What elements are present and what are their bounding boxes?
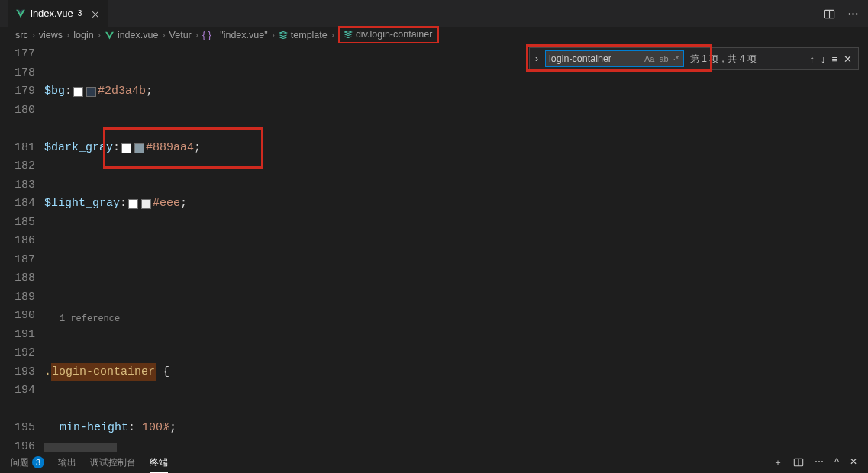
- svg-point-2: [849, 13, 850, 14]
- panel-maximize-icon[interactable]: ^: [834, 456, 839, 469]
- codelens[interactable]: 1 reference: [44, 310, 854, 329]
- chevron-right-icon: ›: [96, 30, 102, 40]
- breadcrumb-element[interactable]: div.login-container: [338, 26, 440, 44]
- panel-new-terminal-icon[interactable]: ＋: [773, 456, 782, 469]
- find-match-word[interactable]: ab: [657, 52, 670, 66]
- find-regex[interactable]: ·*: [672, 52, 680, 66]
- breadcrumb-scope[interactable]: { } "index.vue": [202, 30, 268, 40]
- code-area[interactable]: $bg:#2d3a4b; $dark_gray:#889aa4; $light_…: [44, 43, 854, 452]
- find-close-icon[interactable]: ✕: [844, 53, 852, 65]
- find-in-selection-icon[interactable]: ≡: [831, 53, 837, 65]
- breadcrumb-template[interactable]: template: [279, 30, 328, 40]
- find-toggle-replace[interactable]: ›: [530, 48, 544, 69]
- line-gutter: 177 178 179 180 181 182 183 184 185 186 …: [0, 43, 44, 452]
- find-input-wrap: Aa ab ·*: [545, 50, 684, 67]
- chevron-right-icon: ›: [65, 30, 71, 40]
- find-nav: ↑ ↓ ≡ ✕: [809, 53, 858, 65]
- chevron-right-icon: ›: [330, 30, 336, 40]
- breadcrumb-file[interactable]: index.vue: [105, 30, 159, 40]
- tab-index-vue[interactable]: index.vue 3: [8, 0, 108, 27]
- editor[interactable]: 177 178 179 180 181 182 183 184 185 186 …: [0, 43, 868, 452]
- panel-tab-terminal[interactable]: 终端: [150, 453, 168, 473]
- annotation-box: [103, 127, 263, 169]
- tab-close-icon[interactable]: [91, 8, 100, 19]
- chevron-right-icon: ›: [31, 30, 37, 40]
- tabs-bar: index.vue 3: [0, 0, 868, 27]
- svg-point-3: [852, 13, 853, 14]
- find-widget: › Aa ab ·* 第 1 项，共 4 项 ↑ ↓ ≡ ✕: [529, 47, 859, 70]
- panel-more-icon[interactable]: ⋯: [815, 456, 824, 469]
- panel-close-icon[interactable]: ✕: [850, 456, 857, 469]
- chevron-right-icon: ›: [270, 30, 276, 40]
- find-next-icon[interactable]: ↓: [821, 53, 826, 65]
- tab-modified-count: 3: [78, 9, 82, 18]
- chevron-right-icon: ›: [160, 30, 166, 40]
- find-input[interactable]: [549, 53, 625, 64]
- panel-tab-debug[interactable]: 调试控制台: [90, 453, 136, 472]
- vue-file-icon: [15, 8, 26, 19]
- editor-title-actions: [824, 7, 868, 19]
- panel-tab-problems[interactable]: 问题3: [11, 453, 44, 472]
- find-status: 第 1 项，共 4 项: [690, 53, 757, 66]
- more-actions-icon[interactable]: [847, 7, 859, 19]
- tab-filename: index.vue: [31, 8, 73, 19]
- minimap[interactable]: [854, 43, 868, 452]
- svg-point-4: [856, 13, 857, 14]
- panel-split-icon[interactable]: [793, 456, 804, 469]
- chevron-right-icon: ›: [194, 30, 200, 40]
- horizontal-scrollbar[interactable]: [44, 443, 854, 452]
- split-editor-icon[interactable]: [824, 7, 835, 19]
- breadcrumb-src[interactable]: src: [15, 30, 28, 40]
- breadcrumb-views[interactable]: views: [39, 30, 63, 40]
- breadcrumb-vetur[interactable]: Vetur: [169, 30, 192, 40]
- problems-badge: 3: [32, 456, 44, 468]
- find-prev-icon[interactable]: ↑: [809, 53, 815, 65]
- bottom-panel: 问题3 输出 调试控制台 终端 ＋ ⋯ ^ ✕: [0, 452, 868, 473]
- breadcrumb-login[interactable]: login: [73, 30, 93, 40]
- app-root: index.vue 3 src › views › login › index.…: [0, 0, 868, 473]
- panel-tab-output[interactable]: 输出: [58, 453, 76, 472]
- find-match-case[interactable]: Aa: [643, 52, 656, 66]
- breadcrumbs: src › views › login › index.vue › Vetur …: [0, 27, 868, 43]
